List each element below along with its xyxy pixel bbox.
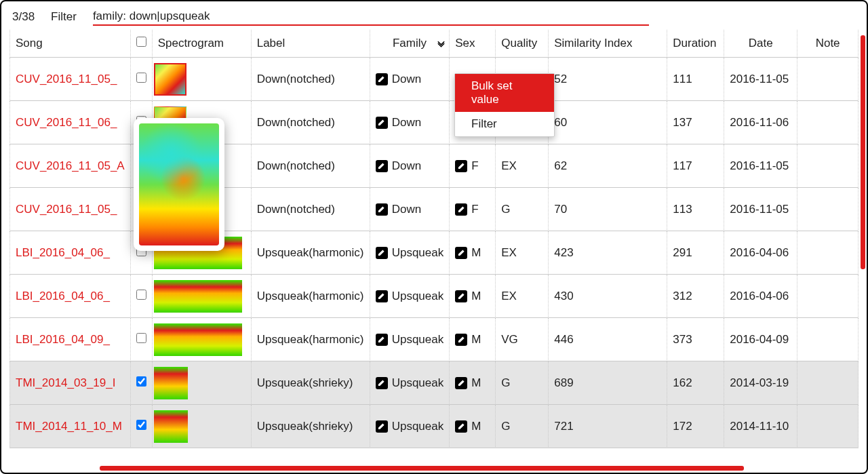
edit-icon[interactable] — [376, 160, 388, 172]
cell-label: Down(notched) — [252, 101, 370, 144]
edit-icon[interactable] — [376, 334, 388, 346]
cell-similarity: 52 — [549, 58, 667, 101]
horizontal-scrollbar[interactable] — [100, 466, 744, 471]
select-all-checkbox[interactable] — [136, 37, 146, 47]
edit-icon[interactable] — [455, 247, 467, 259]
spectrogram-thumbnail[interactable] — [154, 367, 188, 399]
edit-icon[interactable] — [455, 420, 467, 433]
spectrogram-thumbnail[interactable] — [154, 323, 242, 356]
column-dropdown-menu[interactable]: Bulk set value Filter — [454, 73, 555, 137]
edit-icon[interactable] — [376, 420, 388, 433]
table-row[interactable]: TMI_2014_11_10_MUpsqueak(shrieky)Upsquea… — [9, 405, 859, 448]
filter-input[interactable] — [93, 8, 649, 26]
cell-date: 2016-11-06 — [724, 101, 797, 144]
cell-duration: 172 — [667, 405, 724, 448]
cell-similarity: 430 — [549, 275, 667, 318]
header-family-text: Family — [393, 37, 427, 50]
cell-duration: 162 — [667, 361, 724, 405]
spectrogram-thumbnail[interactable] — [154, 410, 188, 443]
song-link[interactable]: CUV_2016_11_05_ — [16, 203, 125, 216]
row-checkbox[interactable] — [136, 333, 146, 343]
song-link[interactable]: LBI_2016_04_06_ — [16, 290, 125, 303]
table-row[interactable]: LBI_2016_04_06_Upsqueak(harmonic)Upsquea… — [9, 275, 859, 318]
song-link[interactable]: TMI_2014_03_19_I — [16, 376, 125, 390]
cell-family: Down — [392, 159, 421, 173]
edit-icon[interactable] — [455, 377, 467, 389]
cell-duration: 111 — [667, 58, 724, 101]
cell-label: Upsqueak(harmonic) — [252, 231, 370, 275]
edit-icon[interactable] — [455, 334, 467, 346]
cell-date: 2016-11-05 — [724, 144, 797, 188]
header-duration[interactable]: Duration — [667, 30, 724, 58]
edit-icon[interactable] — [376, 377, 388, 389]
table-row[interactable]: LBI_2016_04_09_Upsqueak(harmonic)Upsquea… — [9, 318, 859, 361]
edit-icon[interactable] — [376, 117, 388, 129]
cell-note — [797, 405, 859, 448]
header-song[interactable]: Song — [9, 30, 131, 58]
row-checkbox[interactable] — [136, 73, 146, 83]
cell-date: 2014-11-10 — [724, 405, 797, 448]
cell-quality: G — [496, 188, 549, 231]
cell-note — [797, 188, 859, 231]
cell-similarity: 446 — [549, 318, 667, 361]
header-spectrogram[interactable]: Spectrogram — [153, 30, 252, 58]
cell-family: Down — [392, 203, 421, 216]
cell-date: 2016-04-06 — [724, 231, 797, 275]
spectrogram-thumbnail[interactable] — [154, 280, 242, 313]
edit-icon[interactable] — [455, 203, 467, 216]
cell-sex: M — [471, 333, 481, 347]
row-checkbox[interactable] — [136, 376, 146, 387]
song-link[interactable]: LBI_2016_04_06_ — [16, 246, 125, 260]
cell-note — [797, 101, 859, 144]
edit-icon[interactable] — [455, 160, 467, 172]
cell-family: Upsqueak — [392, 376, 444, 390]
cell-similarity: 721 — [549, 405, 667, 448]
cell-quality: EX — [496, 144, 549, 188]
cell-note — [797, 231, 859, 275]
table-row[interactable]: CUV_2016_11_05_Down(notched)Down52111201… — [9, 58, 859, 101]
header-note[interactable]: Note — [797, 30, 859, 58]
row-checkbox[interactable] — [136, 290, 146, 300]
cell-duration: 312 — [667, 275, 724, 318]
song-link[interactable]: CUV_2016_11_06_ — [16, 116, 125, 130]
song-link[interactable]: CUV_2016_11_05_A — [16, 159, 125, 173]
header-quality[interactable]: Quality — [496, 30, 549, 58]
page-counter: 3/38 — [12, 10, 35, 24]
edit-icon[interactable] — [376, 203, 388, 216]
header-family[interactable]: Family — [370, 30, 450, 58]
table-row[interactable]: TMI_2014_03_19_IUpsqueak(shrieky)Upsquea… — [9, 361, 859, 405]
cell-sex: M — [471, 246, 481, 260]
header-similarity[interactable]: Similarity Index — [549, 30, 667, 58]
edit-icon[interactable] — [376, 290, 388, 302]
cell-label: Upsqueak(harmonic) — [252, 318, 370, 361]
song-link[interactable]: TMI_2014_11_10_M — [16, 420, 125, 433]
row-checkbox[interactable] — [136, 420, 146, 430]
header-label[interactable]: Label — [252, 30, 370, 58]
header-date[interactable]: Date — [724, 30, 797, 58]
cell-family: Down — [392, 73, 421, 86]
spectrogram-thumbnail[interactable] — [154, 63, 186, 96]
cell-quality: VG — [496, 318, 549, 361]
header-checkbox[interactable] — [131, 30, 153, 58]
vertical-scrollbar[interactable] — [861, 35, 865, 269]
song-link[interactable]: CUV_2016_11_05_ — [16, 73, 125, 86]
chevron-down-icon[interactable] — [436, 39, 446, 49]
cell-duration: 291 — [667, 231, 724, 275]
song-link[interactable]: LBI_2016_04_09_ — [16, 333, 125, 347]
cell-date: 2014-03-19 — [724, 361, 797, 405]
edit-icon[interactable] — [455, 290, 467, 302]
cell-label: Upsqueak(shrieky) — [252, 405, 370, 448]
filter-label: Filter — [51, 10, 77, 24]
edit-icon[interactable] — [376, 73, 388, 85]
cell-similarity: 423 — [549, 231, 667, 275]
edit-icon[interactable] — [376, 247, 388, 259]
top-bar: 3/38 Filter — [1, 1, 867, 30]
header-sex[interactable]: Sex — [450, 30, 496, 58]
cell-date: 2016-04-09 — [724, 318, 797, 361]
spectrogram-preview-image — [139, 123, 219, 245]
cell-sex: M — [471, 420, 481, 433]
dropdown-item-filter[interactable]: Filter — [455, 112, 554, 136]
cell-sex: M — [471, 290, 481, 303]
dropdown-item-bulk-set[interactable]: Bulk set value — [455, 74, 554, 112]
cell-note — [797, 58, 859, 101]
